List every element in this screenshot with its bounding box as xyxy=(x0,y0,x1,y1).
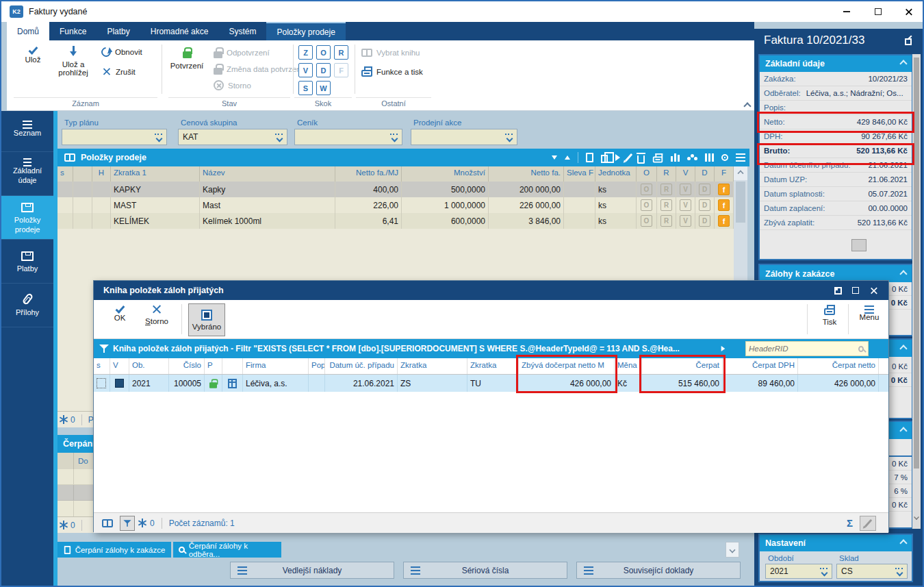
jump-button-s[interactable]: S xyxy=(298,81,313,95)
jump-button-v[interactable]: V xyxy=(298,63,313,77)
maximize-button[interactable] xyxy=(862,1,894,22)
cerpani-odberatel-button[interactable]: Čerpání zálohy k odběra... xyxy=(173,542,281,558)
gear-icon[interactable] xyxy=(721,154,728,161)
open-external-icon[interactable] xyxy=(905,38,912,45)
flag-v-button[interactable]: V xyxy=(680,199,691,211)
sort-asc-icon[interactable] xyxy=(565,155,570,160)
filter-toggle-button[interactable] xyxy=(120,516,135,531)
flag-f-button[interactable]: f xyxy=(718,215,730,227)
copy-record-icon[interactable] xyxy=(601,155,608,163)
jump-button-o[interactable]: O xyxy=(316,45,331,60)
sidebar-item-polozky-prodeje[interactable]: Položky prodeje xyxy=(1,196,53,240)
sidebar-item-seznam[interactable]: Seznam xyxy=(1,111,53,152)
jump-button-z[interactable]: Z xyxy=(298,45,313,60)
scrollbar-thumb[interactable] xyxy=(914,58,919,469)
close-button[interactable] xyxy=(893,1,924,22)
chart-icon[interactable] xyxy=(674,153,676,162)
obdobi-select[interactable]: 2021 xyxy=(765,564,832,579)
scroll-down-icon[interactable] xyxy=(914,514,919,520)
functions-print-button[interactable]: Funkce a tisk xyxy=(361,66,423,77)
modal-maximize-button[interactable] xyxy=(849,284,862,297)
flag-r-button[interactable]: R xyxy=(660,199,672,211)
modal-dock-button[interactable] xyxy=(831,284,845,297)
tisk-button[interactable]: Tisk xyxy=(814,305,845,326)
collapse-icon[interactable] xyxy=(899,345,907,352)
save-and-browse-button[interactable]: Ulož a prohlížej xyxy=(51,46,96,77)
ok-button[interactable]: OK xyxy=(105,306,135,322)
collapse-icon[interactable] xyxy=(899,60,907,67)
cancel-button[interactable]: Zrušit xyxy=(101,66,136,77)
print-icon[interactable] xyxy=(653,156,663,162)
new-record-icon[interactable] xyxy=(586,153,593,162)
flag-v-button[interactable]: V xyxy=(680,184,691,195)
flag-o-button[interactable]: O xyxy=(641,184,652,195)
filter-cenova-skupina[interactable]: KAT xyxy=(178,129,287,145)
scroll-up-icon[interactable] xyxy=(737,170,743,176)
filter-prodejni-akce[interactable] xyxy=(411,129,517,145)
columns-icon[interactable] xyxy=(708,153,710,162)
zakladni-udaje-header[interactable]: Základní údaje xyxy=(760,55,912,72)
flag-d-button[interactable]: D xyxy=(699,199,710,211)
book-icon[interactable] xyxy=(102,519,113,527)
filter-typ-planu[interactable] xyxy=(62,129,167,145)
grid-menu-icon[interactable] xyxy=(736,157,745,158)
storno-button[interactable]: Storno xyxy=(139,304,175,325)
edit-icon[interactable] xyxy=(625,153,633,162)
jump-button-w[interactable]: W xyxy=(316,81,331,95)
minimize-button[interactable] xyxy=(831,1,862,22)
confirm-button[interactable]: Potvrzení xyxy=(166,47,208,70)
jump-button-d[interactable]: D xyxy=(316,63,331,77)
flag-f-button[interactable]: f xyxy=(718,199,730,211)
seriova-cisla-button[interactable]: Sériová čísla xyxy=(403,562,567,579)
column-header[interactable]: Sleva F xyxy=(564,166,595,182)
column-header[interactable]: Zkratka 1 xyxy=(111,166,200,182)
modal-table-row[interactable]: 2021 100005 Léčiva, a.s. 21.06.2021 ZS T… xyxy=(94,375,888,392)
cerpani-zakazka-button[interactable]: Čerpání zálohy k zakázce xyxy=(57,542,171,558)
jump-button-r[interactable]: R xyxy=(334,45,348,60)
save-button[interactable]: Ulož xyxy=(16,47,49,64)
scroll-down-button[interactable] xyxy=(726,542,739,558)
tab-funkce[interactable]: Funkce xyxy=(49,22,97,40)
flag-f-button[interactable]: f xyxy=(718,184,730,195)
sort-desc-icon[interactable] xyxy=(552,155,557,160)
tab-platby[interactable]: Platby xyxy=(97,22,140,40)
column-header[interactable]: Netto fa./MJ xyxy=(335,166,402,182)
column-header[interactable]: Jednotka xyxy=(595,166,637,182)
sum-button[interactable]: Σ xyxy=(847,517,853,529)
tab-polozky-prodeje[interactable]: Položky prodeje xyxy=(266,22,345,40)
refresh-button[interactable]: Obnovit xyxy=(101,47,142,57)
sidebar-item-prilohy[interactable]: Přílohy xyxy=(1,284,53,327)
nastaveni-header[interactable]: Nastavení xyxy=(760,535,912,551)
flag-v-button[interactable]: V xyxy=(680,215,691,227)
run-icon[interactable] xyxy=(615,154,620,161)
detail-button[interactable] xyxy=(851,239,867,251)
table-row[interactable]: KELÍMEK Kelímek 1000ml 6,41 600,0000 3 8… xyxy=(57,213,734,229)
collapse-icon[interactable] xyxy=(899,539,907,547)
souvisejici-doklady-button[interactable]: Související doklady xyxy=(576,562,741,579)
menu-button[interactable]: Menu xyxy=(854,306,885,321)
apply-filter-icon[interactable] xyxy=(721,346,726,351)
flag-r-button[interactable]: R xyxy=(660,184,672,195)
sidebar-item-zakladni-udaje[interactable]: Základní údaje xyxy=(1,152,53,196)
selected-checkbox[interactable] xyxy=(115,379,124,388)
vybrano-toggle[interactable]: Vybráno xyxy=(188,303,225,336)
column-header[interactable]: Množství xyxy=(402,166,489,182)
delete-icon[interactable] xyxy=(637,155,645,164)
collapse-icon[interactable] xyxy=(899,270,907,277)
table-row[interactable]: KAPKY Kapky 400,00 500,0000 200 000,00 k… xyxy=(57,182,734,197)
column-header[interactable]: Netto fa. xyxy=(489,166,564,182)
collapse-icon[interactable] xyxy=(899,427,907,434)
tab-system[interactable]: Systém xyxy=(218,22,266,40)
filter-cenik[interactable] xyxy=(294,129,402,145)
tab-domu[interactable]: Domů xyxy=(7,22,49,40)
flag-d-button[interactable]: D xyxy=(699,215,710,227)
table-row[interactable]: MAST Mast 226,00 1 000,0000 226 000,00 k… xyxy=(57,197,734,213)
ribbon-collapse-icon[interactable] xyxy=(743,102,751,110)
column-header[interactable]: Název xyxy=(200,166,335,182)
vedlejsi-naklady-button[interactable]: Vedlejší náklady xyxy=(230,562,394,579)
flag-o-button[interactable]: O xyxy=(641,199,652,211)
modal-close-button[interactable] xyxy=(867,284,880,297)
process-icon[interactable] xyxy=(691,154,694,158)
flag-d-button[interactable]: D xyxy=(699,184,710,195)
right-panel-scrollbar[interactable] xyxy=(912,54,921,529)
